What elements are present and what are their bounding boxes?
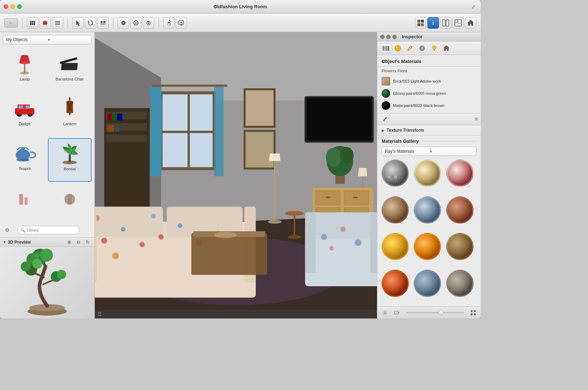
camera-button[interactable] <box>130 17 142 29</box>
materials-button[interactable] <box>415 17 426 29</box>
info-button[interactable]: i <box>427 17 439 29</box>
eyedropper-button[interactable] <box>380 114 389 124</box>
svg-point-178 <box>448 271 472 295</box>
rotate-tool[interactable] <box>85 17 96 29</box>
svg-marker-164 <box>444 45 449 51</box>
svg-point-143 <box>288 235 301 239</box>
sphere-gold[interactable] <box>382 233 409 260</box>
svg-rect-95 <box>214 85 224 176</box>
svg-rect-88 <box>107 125 114 132</box>
flowers-flora-label: Flowers Flora <box>377 67 481 74</box>
svg-rect-25 <box>421 20 424 23</box>
refresh-button[interactable]: ↻ <box>84 238 92 246</box>
extra1-icon <box>10 186 39 211</box>
object-item-extra1[interactable] <box>3 183 46 221</box>
record-button[interactable] <box>118 17 129 29</box>
viewport[interactable]: ⠿ <box>95 32 377 318</box>
tab-library[interactable] <box>380 43 391 53</box>
material-item-brick[interactable]: Brick/003 Light Adobe-work <box>377 75 481 87</box>
object-item-lamp[interactable]: Lamp <box>3 49 46 92</box>
material-item-glossy[interactable]: Glossy paint/6005 moss green <box>377 87 481 99</box>
tab-light[interactable] <box>429 43 440 53</box>
objects-dropdown[interactable]: My Objects ▼ <box>3 35 92 44</box>
close-button[interactable] <box>4 4 8 9</box>
home-button[interactable] <box>465 17 476 29</box>
grid-button[interactable] <box>469 308 478 317</box>
svg-point-171 <box>415 198 440 222</box>
gallery-section: Materials Gallery Ray's Materials ▼ 🌸🌿🌸🌿 <box>377 136 481 306</box>
sphere-blue-gray[interactable] <box>414 270 441 297</box>
preview-header[interactable]: ▼ 3D Preview ⊕ ⊖ ↻ <box>0 238 94 247</box>
gear-button[interactable]: ⚙ <box>3 226 11 234</box>
sphere-floral-red[interactable] <box>446 160 474 187</box>
gallery-grid: 🌸🌿🌸🌿 <box>377 157 481 306</box>
select-tool[interactable] <box>72 17 84 29</box>
minimize-button[interactable] <box>10 4 15 9</box>
svg-point-170 <box>383 198 407 222</box>
svg-point-20 <box>169 20 170 21</box>
screenshot-button[interactable] <box>143 17 154 29</box>
tab-house[interactable] <box>441 43 452 53</box>
search-input[interactable] <box>27 228 76 232</box>
library-button[interactable] <box>27 17 38 29</box>
object-item-dodge[interactable]: Dodge <box>3 93 46 137</box>
zoom-in-button[interactable]: ⊕ <box>65 238 73 246</box>
sphere-wood[interactable] <box>446 233 474 260</box>
texture-header[interactable]: ▶ Texture Transform <box>377 125 481 135</box>
render-button[interactable] <box>176 17 187 29</box>
sphere-rust[interactable] <box>446 196 474 224</box>
object-item-bonsai[interactable]: Bonsai <box>48 138 92 182</box>
slider-thumb[interactable] <box>438 310 444 315</box>
sphere-orange[interactable] <box>414 233 441 260</box>
list-view-button[interactable] <box>52 17 63 29</box>
svg-rect-31 <box>455 20 458 23</box>
svg-rect-180 <box>395 311 398 314</box>
objects-button[interactable] <box>39 17 51 29</box>
material-name-brick: Brick/003 Light Adobe-work <box>393 79 441 84</box>
sphere-orange-red[interactable] <box>382 270 409 297</box>
object-item-teapot[interactable]: Teapot <box>3 138 46 182</box>
gallery-dropdown-label: Ray's Materials <box>385 149 429 154</box>
svg-point-19 <box>148 23 149 24</box>
gallery-title-line <box>422 141 476 141</box>
preview-controls: ⊕ ⊖ ↻ <box>65 238 92 246</box>
zoom-out-button[interactable]: ⊖ <box>74 238 82 246</box>
object-item-chair[interactable]: Barselona Chair <box>48 49 92 92</box>
search-bar[interactable]: 🔍 <box>17 226 79 234</box>
traffic-lights <box>4 4 22 9</box>
svg-rect-23 <box>180 25 182 25</box>
svg-rect-141 <box>294 214 295 237</box>
object-item-lantern[interactable]: Lantern <box>48 93 92 137</box>
svg-rect-39 <box>60 57 78 64</box>
context-menu-button[interactable]: ≡ <box>475 116 478 122</box>
floorplan-button[interactable] <box>452 17 464 29</box>
sphere-floral-gray[interactable]: 🌸🌿🌸🌿 <box>382 160 409 187</box>
settings-button[interactable] <box>380 308 389 317</box>
gallery-dropdown[interactable]: Ray's Materials ▼ <box>382 147 476 156</box>
arrow-button[interactable] <box>392 308 402 317</box>
svg-rect-185 <box>474 313 476 315</box>
material-item-matte[interactable]: Matte paint/8022 black brown <box>377 99 481 112</box>
tab-materials[interactable] <box>392 43 403 53</box>
sphere-gray-brown[interactable] <box>446 270 474 297</box>
inspector-close[interactable] <box>380 35 384 39</box>
tab-edit[interactable] <box>405 43 415 53</box>
object-item-extra2[interactable] <box>48 183 92 221</box>
sphere-diamond-brown[interactable] <box>382 196 409 224</box>
svg-point-137 <box>355 239 362 246</box>
inspector-minimize[interactable] <box>386 35 391 39</box>
svg-rect-85 <box>107 114 112 121</box>
left-panel: My Objects ▼ Lamp <box>0 32 95 318</box>
svg-point-118 <box>101 238 107 244</box>
size-slider[interactable] <box>406 312 464 313</box>
tab-object[interactable] <box>417 43 427 53</box>
inspector-maximize[interactable] <box>392 35 397 39</box>
align-tool[interactable] <box>97 17 109 29</box>
maximize-button[interactable] <box>17 4 22 9</box>
sphere-diamond-blue[interactable] <box>414 196 441 224</box>
fullscreen-button[interactable]: ⤢ <box>471 4 477 10</box>
walk-button[interactable] <box>163 17 175 29</box>
view-toggle-button[interactable] <box>440 17 451 29</box>
back-button[interactable]: ← <box>4 18 18 28</box>
sphere-floral-cream[interactable] <box>414 160 441 187</box>
